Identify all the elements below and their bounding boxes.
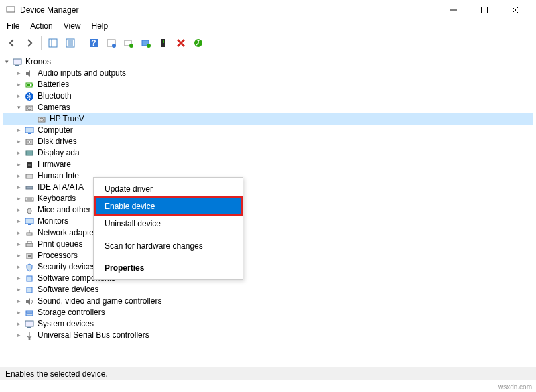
node-label: Universal Serial Bus controllers [38, 330, 149, 341]
caret-icon[interactable] [15, 193, 23, 204]
properties-button[interactable] [62, 35, 78, 51]
tree-node[interactable]: Firmware [3, 159, 533, 170]
caret-icon[interactable] [15, 227, 23, 239]
tree-node[interactable]: Audio inputs and outputs [3, 68, 533, 79]
node-label: Print queues [38, 239, 82, 250]
hid-icon [24, 171, 35, 182]
caret-icon[interactable] [15, 261, 23, 273]
tree-node[interactable]: Software devices [3, 284, 533, 296]
tree-node[interactable]: Mice and other pointing devices [3, 204, 533, 216]
caret-icon[interactable] [15, 273, 23, 284]
node-label: System devices [38, 318, 94, 330]
device-tree[interactable]: Kronos Audio inputs and outputsBatteries… [0, 52, 536, 361]
svg-point-19 [147, 44, 151, 48]
ctx-uninstall-device[interactable]: Uninstall device [95, 215, 241, 233]
caret-icon[interactable] [15, 296, 23, 307]
svg-rect-53 [28, 255, 31, 257]
uninstall-button[interactable] [173, 35, 189, 51]
help-button[interactable]: ? [86, 35, 102, 51]
menu-action[interactable]: Action [30, 21, 52, 31]
svg-rect-34 [25, 127, 34, 133]
caret-icon[interactable] [15, 330, 23, 341]
ctx-properties[interactable]: Properties [95, 259, 241, 277]
svg-text:?: ? [91, 38, 96, 48]
tree-node[interactable]: Software components [3, 273, 533, 284]
sound-icon [24, 296, 35, 307]
tree-node[interactable]: Display ada [3, 147, 533, 159]
caret-icon[interactable] [15, 102, 23, 113]
tree-node[interactable]: HP TrueV [3, 113, 533, 125]
usb-icon [24, 330, 35, 341]
caret-icon[interactable] [15, 239, 23, 250]
tree-node[interactable]: Keyboards [3, 193, 533, 204]
tree-node[interactable]: System devices [3, 318, 533, 330]
update-driver-button[interactable] [138, 35, 154, 51]
svg-rect-38 [26, 151, 33, 155]
tree-node[interactable]: Universal Serial Bus controllers [3, 330, 533, 341]
caret-icon[interactable] [3, 56, 11, 68]
tree-root[interactable]: Kronos [3, 56, 533, 68]
svg-rect-51 [27, 241, 31, 243]
show-hide-tree-button[interactable] [45, 35, 61, 51]
caret-icon[interactable] [15, 136, 23, 147]
ctx-scan-hardware[interactable]: Scan for hardware changes [95, 237, 241, 255]
ctx-update-driver[interactable]: Update driver [95, 180, 241, 198]
tree-node[interactable]: Processors [3, 250, 533, 261]
svg-rect-3 [482, 7, 488, 13]
caret-icon[interactable] [15, 79, 23, 90]
caret-icon[interactable] [15, 159, 23, 170]
caret-icon[interactable] [15, 68, 23, 79]
maximize-button[interactable] [469, 0, 500, 20]
disk-icon [24, 137, 35, 147]
toolbar-separator [82, 36, 82, 50]
caret-icon[interactable] [15, 318, 23, 330]
caret-icon[interactable] [15, 147, 23, 159]
caret-icon[interactable] [15, 182, 23, 193]
action-button[interactable] [103, 35, 119, 51]
caret-icon[interactable] [15, 170, 23, 182]
tree-node[interactable]: Network adapters [3, 227, 533, 239]
enable-button[interactable] [155, 35, 172, 51]
caret-icon[interactable] [15, 90, 23, 102]
caret-icon[interactable] [15, 307, 23, 318]
svg-point-60 [29, 338, 31, 340]
storage-icon [24, 308, 35, 318]
svg-rect-40 [28, 164, 31, 166]
menu-view[interactable]: View [64, 21, 81, 31]
tree-node[interactable]: Batteries [3, 79, 533, 90]
svg-rect-6 [49, 39, 57, 47]
tree-node[interactable]: Storage controllers [3, 307, 533, 318]
tree-node[interactable]: Print queues [3, 239, 533, 250]
menu-file[interactable]: File [7, 21, 19, 31]
printer-icon [24, 239, 35, 250]
svg-rect-41 [26, 174, 33, 178]
tree-node[interactable]: Sound, video and game controllers [3, 296, 533, 307]
tree-node[interactable]: Bluetooth [3, 90, 533, 102]
scan-button[interactable] [121, 35, 137, 51]
statusbar: Enables the selected device. [0, 367, 536, 380]
tree-node[interactable]: Security devices [3, 261, 533, 273]
back-button[interactable] [4, 35, 20, 51]
node-label: Security devices [38, 261, 96, 273]
caret-icon[interactable] [15, 284, 23, 296]
ctx-enable-device[interactable]: Enable device [95, 198, 241, 215]
close-button[interactable] [500, 0, 531, 20]
forward-button[interactable] [21, 35, 38, 51]
caret-icon[interactable] [15, 204, 23, 216]
node-label: Keyboards [38, 193, 76, 204]
tree-node[interactable]: Human Inte [3, 170, 533, 182]
minimize-button[interactable] [438, 0, 469, 20]
tree-node[interactable]: Computer [3, 125, 533, 136]
caret-icon[interactable] [15, 216, 23, 227]
refresh-button[interactable] [190, 35, 206, 51]
node-label: Computer [38, 125, 73, 136]
tree-node[interactable]: Monitors [3, 216, 533, 227]
tree-node[interactable]: Cameras [3, 102, 533, 113]
tree-node[interactable]: IDE ATA/ATA [3, 182, 533, 193]
caret-icon[interactable] [15, 125, 23, 136]
svg-rect-42 [26, 186, 33, 189]
caret-icon[interactable] [15, 250, 23, 261]
node-label: Display ada [38, 147, 80, 159]
tree-node[interactable]: Disk drives [3, 136, 533, 147]
menu-help[interactable]: Help [92, 21, 109, 31]
